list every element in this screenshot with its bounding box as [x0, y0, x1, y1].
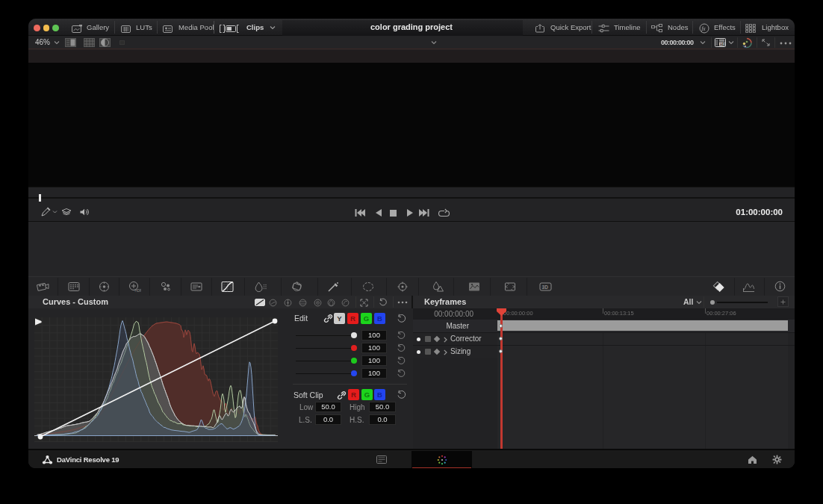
- svg-text:3D: 3D: [542, 284, 549, 290]
- svg-text:fx: fx: [701, 25, 706, 32]
- svg-text:HDR: HDR: [135, 289, 142, 293]
- svg-text:HD: HD: [720, 43, 725, 46]
